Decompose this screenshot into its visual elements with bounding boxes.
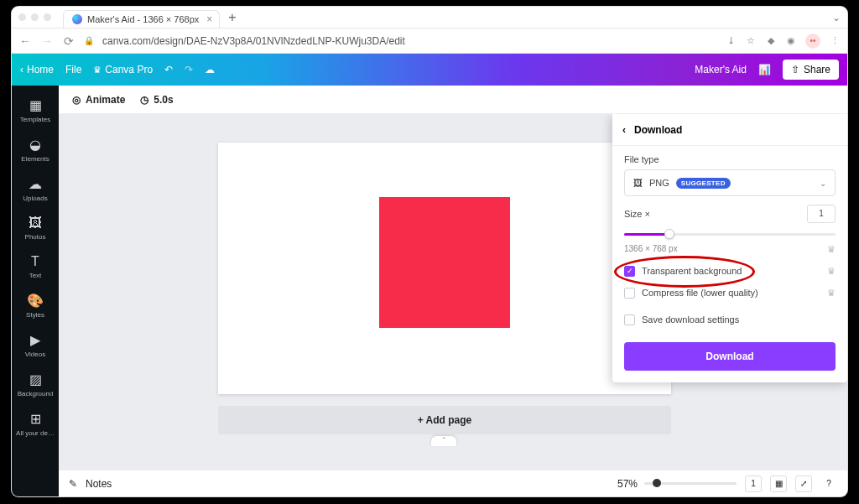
browser-tab[interactable]: Maker's Aid - 1366 × 768px × bbox=[63, 10, 220, 29]
fullscreen-button[interactable]: ⤢ bbox=[795, 475, 812, 492]
crown-icon: ♛ bbox=[827, 266, 836, 277]
cloud-sync-icon[interactable]: ☁ bbox=[205, 64, 215, 75]
checkbox-checked-icon[interactable]: ✓ bbox=[624, 266, 635, 277]
crown-icon: ♛ bbox=[827, 288, 836, 299]
share-icon: ⇧ bbox=[791, 64, 799, 75]
help-button[interactable]: ? bbox=[820, 475, 837, 492]
elements-icon: ◒ bbox=[13, 137, 57, 153]
install-icon[interactable]: ⤓ bbox=[725, 35, 737, 46]
back-button[interactable]: ← bbox=[18, 34, 32, 48]
animate-icon: ◎ bbox=[72, 94, 81, 106]
sidebar-item-background[interactable]: ▨Background bbox=[12, 365, 59, 404]
dimensions-text: 1366 × 768 px ♛ bbox=[624, 244, 836, 253]
size-label: Size × bbox=[624, 209, 650, 219]
undo-button[interactable]: ↶ bbox=[164, 64, 173, 75]
page-indicator[interactable]: 1 bbox=[745, 475, 762, 492]
sidebar-item-photos[interactable]: 🖼Photos bbox=[12, 209, 59, 247]
file-type-select[interactable]: 🖼 PNG SUGGESTED ⌄ bbox=[624, 169, 836, 196]
grid-view-button[interactable]: ▦ bbox=[770, 475, 787, 492]
sidebar-item-apps[interactable]: ⊞All your de… bbox=[12, 404, 59, 444]
photos-icon: 🖼 bbox=[13, 216, 57, 231]
red-rectangle-element[interactable] bbox=[379, 197, 510, 328]
tab-title: Maker's Aid - 1366 × 768px bbox=[87, 14, 199, 24]
canva-favicon-icon bbox=[72, 14, 82, 24]
home-label: Home bbox=[27, 64, 54, 75]
bottom-bar: ✎ Notes 57% 1 ▦ ⤢ ? bbox=[59, 470, 847, 496]
compress-file-option[interactable]: Compress file (lower quality) ♛ bbox=[624, 282, 836, 304]
extension1-icon[interactable]: ◆ bbox=[765, 35, 777, 46]
duration-button[interactable]: ◷ 5.0s bbox=[140, 94, 173, 106]
checkbox-icon[interactable] bbox=[624, 314, 635, 325]
sidebar-item-uploads[interactable]: ☁Uploads bbox=[12, 169, 59, 209]
file-type-label: File type bbox=[624, 154, 836, 164]
forward-button: → bbox=[40, 34, 54, 48]
download-title: Download bbox=[634, 124, 682, 136]
file-type-value: PNG bbox=[649, 178, 669, 188]
canvas-area[interactable]: + Add page ⌃ ‹ Download File type 🖼 PNG bbox=[59, 114, 847, 470]
app-toolbar: ‹ Home File ♛ Canva Pro ↶ ↷ ☁ Maker's Ai… bbox=[12, 54, 847, 86]
browser-titlebar: Maker's Aid - 1366 × 768px × + ⌄ bbox=[12, 7, 847, 29]
project-name[interactable]: Maker's Aid bbox=[695, 64, 747, 75]
apps-icon: ⊞ bbox=[13, 411, 57, 427]
clock-icon: ◷ bbox=[140, 94, 148, 106]
templates-icon: ▦ bbox=[13, 97, 57, 113]
canva-pro-label: Canva Pro bbox=[105, 64, 153, 75]
zoom-slider[interactable] bbox=[644, 482, 737, 485]
crown-icon: ♛ bbox=[93, 65, 102, 75]
crown-icon: ♛ bbox=[827, 244, 836, 255]
back-chevron-icon: ‹ bbox=[20, 64, 23, 75]
save-settings-option[interactable]: Save download settings bbox=[624, 309, 836, 330]
notes-button[interactable]: Notes bbox=[86, 478, 112, 490]
add-page-button[interactable]: + Add page bbox=[218, 406, 671, 434]
uploads-icon: ☁ bbox=[13, 176, 57, 192]
file-menu[interactable]: File bbox=[65, 64, 81, 75]
file-label: File bbox=[65, 64, 81, 75]
sidebar-item-text[interactable]: TText bbox=[12, 247, 59, 286]
lock-icon: 🔒 bbox=[84, 36, 94, 45]
canva-pro-button[interactable]: ♛ Canva Pro bbox=[93, 64, 153, 75]
download-header: ‹ Download bbox=[612, 114, 847, 146]
close-tab-icon[interactable]: × bbox=[206, 13, 212, 25]
url-text[interactable]: canva.com/design/DAE-NzV3p8A/01NVlNzdedL… bbox=[102, 35, 716, 47]
share-button[interactable]: ⇧ Share bbox=[783, 60, 839, 80]
size-slider[interactable] bbox=[624, 226, 836, 242]
download-panel: ‹ Download File type 🖼 PNG SUGGESTED ⌄ S… bbox=[612, 114, 847, 382]
kebab-menu-icon[interactable]: ⋮ bbox=[829, 35, 841, 46]
videos-icon: ▶ bbox=[13, 332, 57, 348]
redo-button[interactable]: ↷ bbox=[185, 64, 193, 75]
suggested-badge: SUGGESTED bbox=[676, 178, 731, 189]
profile-avatar[interactable]: •• bbox=[805, 34, 820, 49]
sub-toolbar: ◎ Animate ◷ 5.0s bbox=[59, 86, 847, 114]
window-controls[interactable] bbox=[18, 13, 51, 21]
download-button[interactable]: Download bbox=[624, 342, 836, 371]
sidebar-item-styles[interactable]: 🎨Styles bbox=[12, 286, 59, 325]
image-icon: 🖼 bbox=[633, 178, 643, 188]
home-button[interactable]: ‹ Home bbox=[20, 64, 54, 75]
zoom-control[interactable]: 57% bbox=[617, 478, 737, 490]
browser-address-bar: ← → ⟳ 🔒 canva.com/design/DAE-NzV3p8A/01N… bbox=[12, 29, 847, 54]
animate-button[interactable]: ◎ Animate bbox=[72, 94, 125, 106]
text-icon: T bbox=[13, 254, 57, 269]
size-value-input[interactable]: 1 bbox=[807, 205, 836, 223]
window-chevron-icon[interactable]: ⌄ bbox=[832, 12, 841, 23]
notes-icon[interactable]: ✎ bbox=[69, 478, 77, 490]
extension2-icon[interactable]: ◉ bbox=[785, 35, 797, 46]
sidebar-item-templates[interactable]: ▦Templates bbox=[12, 91, 59, 130]
design-page[interactable] bbox=[218, 143, 671, 394]
insights-icon[interactable]: 📊 bbox=[758, 64, 771, 75]
reload-button[interactable]: ⟳ bbox=[62, 34, 75, 48]
page-drawer-handle[interactable]: ⌃ bbox=[431, 436, 456, 446]
new-tab-button[interactable]: + bbox=[228, 10, 236, 25]
sidebar-item-elements[interactable]: ◒Elements bbox=[12, 130, 59, 169]
checkbox-icon[interactable] bbox=[624, 288, 635, 299]
star-icon[interactable]: ☆ bbox=[745, 35, 757, 46]
styles-icon: 🎨 bbox=[13, 293, 57, 309]
left-sidebar: ▦Templates ◒Elements ☁Uploads 🖼Photos TT… bbox=[12, 86, 59, 496]
transparent-background-option[interactable]: ✓ Transparent background ♛ bbox=[624, 260, 836, 282]
share-label: Share bbox=[804, 64, 830, 75]
background-icon: ▨ bbox=[13, 372, 57, 387]
back-icon[interactable]: ‹ bbox=[622, 124, 626, 136]
chevron-down-icon: ⌄ bbox=[820, 179, 826, 188]
zoom-value: 57% bbox=[617, 478, 638, 490]
sidebar-item-videos[interactable]: ▶Videos bbox=[12, 325, 59, 365]
